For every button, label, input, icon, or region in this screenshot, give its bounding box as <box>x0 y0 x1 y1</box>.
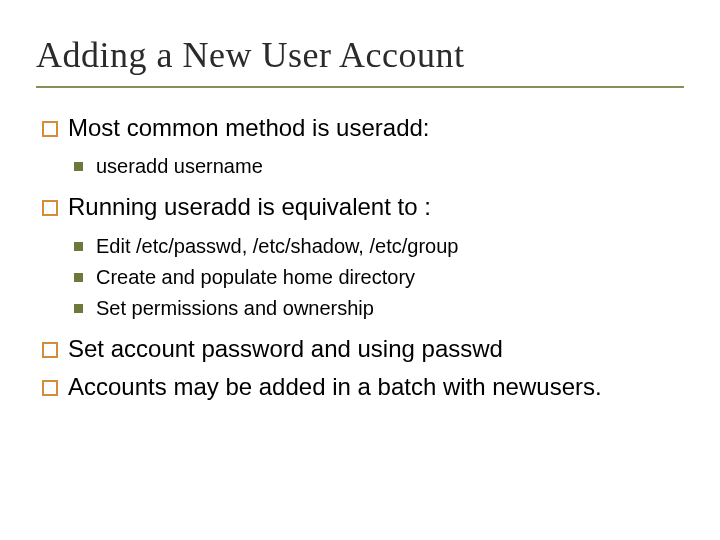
sub-list-item-text: useradd username <box>96 155 263 177</box>
sub-list-item: useradd username <box>68 152 684 181</box>
list-item: Set account password and using passwd <box>38 333 684 365</box>
sub-list-item-text: Create and populate home directory <box>96 266 415 288</box>
sub-list-item-text: Set permissions and ownership <box>96 297 374 319</box>
sub-list: useradd username <box>68 152 684 181</box>
list-item: Accounts may be added in a batch with ne… <box>38 371 684 403</box>
list-item-text: Running useradd is equivalent to : <box>68 193 431 220</box>
main-bullet-list: Most common method is useradd: useradd u… <box>36 112 684 404</box>
sub-list: Edit /etc/passwd, /etc/shadow, /etc/grou… <box>68 232 684 323</box>
list-item-text: Accounts may be added in a batch with ne… <box>68 373 602 400</box>
sub-list-item: Edit /etc/passwd, /etc/shadow, /etc/grou… <box>68 232 684 261</box>
sub-list-item: Set permissions and ownership <box>68 294 684 323</box>
list-item: Most common method is useradd: useradd u… <box>38 112 684 181</box>
sub-list-item-text: Edit /etc/passwd, /etc/shadow, /etc/grou… <box>96 235 458 257</box>
list-item: Running useradd is equivalent to : Edit … <box>38 191 684 322</box>
slide-title: Adding a New User Account <box>36 34 684 88</box>
list-item-text: Most common method is useradd: <box>68 114 430 141</box>
list-item-text: Set account password and using passwd <box>68 335 503 362</box>
sub-list-item: Create and populate home directory <box>68 263 684 292</box>
